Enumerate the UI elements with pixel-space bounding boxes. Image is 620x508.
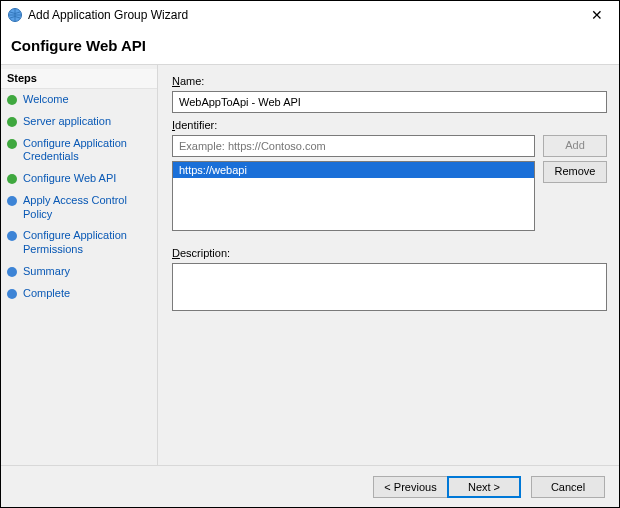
- description-label-rest: escription:: [180, 247, 230, 259]
- steps-header: Steps: [1, 69, 157, 89]
- cancel-button[interactable]: Cancel: [531, 476, 605, 498]
- step-done-icon: [7, 117, 17, 127]
- name-label-rest: ame:: [180, 75, 204, 87]
- step-label: Configure Application Permissions: [23, 229, 153, 257]
- identifier-listbox[interactable]: https://webapi: [172, 161, 535, 231]
- step-complete[interactable]: Complete: [1, 283, 157, 305]
- step-done-icon: [7, 139, 17, 149]
- close-icon: ✕: [591, 8, 603, 22]
- step-label: Server application: [23, 115, 153, 129]
- step-done-icon: [7, 174, 17, 184]
- app-icon: [7, 7, 23, 23]
- step-label: Apply Access Control Policy: [23, 194, 153, 222]
- description-label: Description:: [172, 247, 607, 259]
- name-label: Name:: [172, 75, 607, 87]
- identifier-label: Identifier:: [172, 119, 607, 131]
- step-server-application[interactable]: Server application: [1, 111, 157, 133]
- step-pending-icon: [7, 231, 17, 241]
- steps-sidebar: Steps Welcome Server application Configu…: [1, 65, 158, 465]
- step-label: Welcome: [23, 93, 153, 107]
- description-textarea[interactable]: [172, 263, 607, 311]
- name-accel: N: [172, 75, 180, 87]
- step-pending-icon: [7, 196, 17, 206]
- step-label: Complete: [23, 287, 153, 301]
- step-configure-app-credentials[interactable]: Configure Application Credentials: [1, 133, 157, 169]
- step-welcome[interactable]: Welcome: [1, 89, 157, 111]
- next-button[interactable]: Next >: [447, 476, 521, 498]
- previous-button[interactable]: < Previous: [373, 476, 447, 498]
- identifier-row: Add: [172, 135, 607, 157]
- list-item[interactable]: https://webapi: [173, 162, 534, 178]
- step-label: Summary: [23, 265, 153, 279]
- step-done-icon: [7, 95, 17, 105]
- page-title: Configure Web API: [1, 29, 619, 64]
- remove-button[interactable]: Remove: [543, 161, 607, 183]
- main-panel: Name: Identifier: Add https://webapi Rem…: [158, 65, 619, 465]
- step-configure-app-permissions[interactable]: Configure Application Permissions: [1, 225, 157, 261]
- step-pending-icon: [7, 267, 17, 277]
- identifier-list-row: https://webapi Remove: [172, 161, 607, 231]
- titlebar: Add Application Group Wizard ✕: [1, 1, 619, 29]
- footer: < Previous Next > Cancel: [1, 465, 619, 507]
- step-label: Configure Application Credentials: [23, 137, 153, 165]
- step-pending-icon: [7, 289, 17, 299]
- step-apply-access-control[interactable]: Apply Access Control Policy: [1, 190, 157, 226]
- description-accel: D: [172, 247, 180, 259]
- step-label: Configure Web API: [23, 172, 153, 186]
- step-summary[interactable]: Summary: [1, 261, 157, 283]
- wizard-window: Add Application Group Wizard ✕ Configure…: [0, 0, 620, 508]
- identifier-input[interactable]: [172, 135, 535, 157]
- prev-next-group: < Previous Next >: [373, 476, 521, 498]
- add-button[interactable]: Add: [543, 135, 607, 157]
- name-input[interactable]: [172, 91, 607, 113]
- step-configure-web-api[interactable]: Configure Web API: [1, 168, 157, 190]
- identifier-label-rest: dentifier:: [175, 119, 217, 131]
- body: Steps Welcome Server application Configu…: [1, 64, 619, 465]
- window-title: Add Application Group Wizard: [28, 8, 579, 22]
- close-button[interactable]: ✕: [579, 4, 615, 26]
